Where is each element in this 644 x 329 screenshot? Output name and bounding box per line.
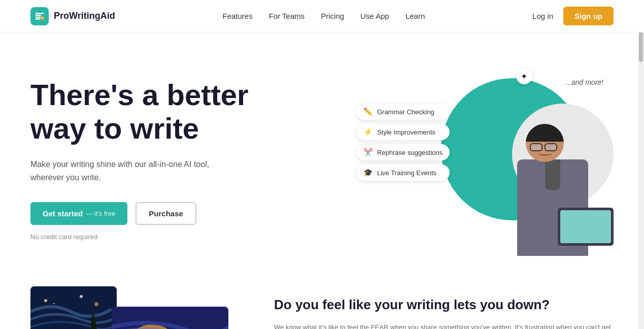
- training-icon: 🎓: [363, 168, 373, 177]
- lower-body: We know what it's like to feel the FEAR …: [274, 322, 614, 329]
- nav-actions: Log in Sign up: [532, 7, 614, 25]
- hero-subtitle: Make your writing shine with our all-in-…: [30, 158, 244, 184]
- star-badge: ✦: [516, 68, 532, 84]
- pill-style: ⚡ Style Improvements: [356, 124, 450, 140]
- svg-point-3: [44, 299, 47, 302]
- lower-image-area: My idea in my head: [30, 286, 244, 329]
- art-card-2: [112, 307, 228, 329]
- rephrase-icon: ✂️: [363, 148, 373, 157]
- nav-for-teams[interactable]: For Teams: [269, 12, 305, 20]
- art-card-2-inner: [112, 307, 228, 329]
- navbar: ProWritingAid Features For Teams Pricing…: [0, 0, 644, 32]
- hero-section: There's a better way to write Make your …: [0, 32, 644, 276]
- lower-title: Do you feel like your writing lets you d…: [274, 297, 614, 314]
- pill-grammar: ✏️ Grammar Checking: [356, 104, 450, 120]
- art-card-1: [30, 286, 117, 329]
- person-illustration: [517, 124, 588, 256]
- feature-pills-list: ✏️ Grammar Checking ⚡ Style Improvements…: [356, 104, 450, 181]
- lower-text: Do you feel like your writing lets you d…: [274, 286, 614, 329]
- style-icon: ⚡: [363, 127, 373, 137]
- nav-pricing[interactable]: Pricing: [321, 12, 344, 20]
- purchase-button[interactable]: Purchase: [135, 202, 196, 225]
- art-card-1-inner: [30, 286, 117, 329]
- brand-link[interactable]: ProWritingAid: [30, 7, 115, 25]
- lower-section: My idea in my head Do you feel like your…: [0, 276, 644, 329]
- pill-rephrase: ✂️ Rephrase suggestions: [356, 144, 450, 160]
- and-more-label: ...and more!: [565, 78, 603, 86]
- grammar-icon: ✏️: [363, 107, 373, 116]
- hero-title: There's a better way to write: [30, 78, 351, 146]
- hero-buttons: Get started — it's free Purchase: [30, 202, 351, 225]
- hero-text: There's a better way to write Make your …: [30, 78, 351, 241]
- svg-point-4: [80, 295, 83, 298]
- nav-features[interactable]: Features: [223, 12, 253, 20]
- hero-image-area: ...and more! ✦: [351, 63, 614, 256]
- brand-name: ProWritingAid: [54, 11, 115, 21]
- no-credit-card-text: No credit card required: [30, 233, 351, 241]
- nav-links: Features For Teams Pricing Use App Learn: [223, 12, 425, 21]
- svg-point-5: [94, 302, 98, 306]
- signup-button[interactable]: Sign up: [563, 7, 614, 25]
- nav-learn[interactable]: Learn: [405, 12, 425, 20]
- brand-logo-icon: [30, 7, 49, 25]
- nav-use-app[interactable]: Use App: [360, 12, 389, 20]
- login-link[interactable]: Log in: [532, 12, 553, 20]
- get-started-button[interactable]: Get started — it's free: [30, 202, 127, 225]
- pill-training: 🎓 Live Training Events: [356, 164, 450, 181]
- scrollbar[interactable]: [638, 0, 644, 329]
